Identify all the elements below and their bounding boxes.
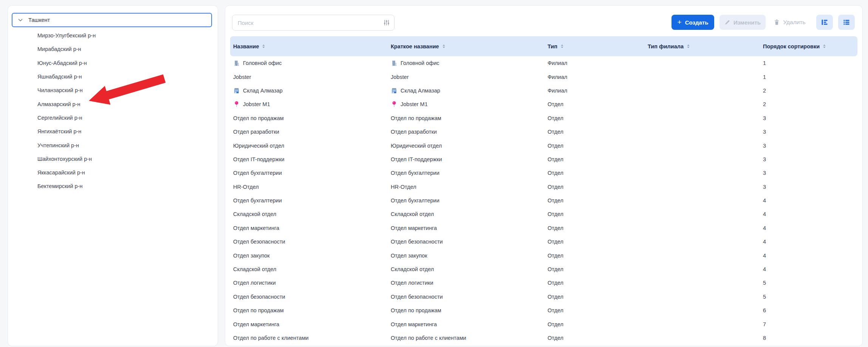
table-row[interactable]: Jobster M1Jobster M1Отдел2 [230, 97, 857, 111]
cell-sort-order: 4 [760, 197, 857, 204]
tree-item-district[interactable]: Учтепинский р-н [8, 138, 218, 152]
create-button[interactable]: + Создать [672, 15, 714, 30]
cell-type: Отдел [545, 184, 645, 190]
cell-short-name-text: Отдел закупок [391, 253, 427, 259]
cell-name-text: Головной офис [243, 60, 282, 66]
delete-button[interactable]: Удалить [771, 15, 809, 30]
table-row[interactable]: Отдел по работе с клиентамиОтдел по рабо… [230, 331, 857, 345]
cell-short-name-text: Отдел разработки [391, 129, 437, 135]
list-view-button[interactable] [838, 15, 855, 30]
sort-icon[interactable] [822, 44, 827, 49]
tree-item-district[interactable]: Бектемирский р-н [8, 179, 218, 193]
cell-name-text: Отдел по продажам [233, 115, 284, 121]
sort-icon[interactable] [560, 44, 565, 49]
cell-type: Отдел [545, 307, 645, 313]
cell-short-name-text: Складской отдел [391, 211, 434, 217]
tree-item-district[interactable]: Юнус-Абадский р-н [8, 56, 218, 70]
table-row[interactable]: Отдел маркетингаОтдел маркетингаОтдел7 [230, 317, 857, 331]
cell-sort-order: 4 [760, 239, 857, 245]
cell-short-name: Jobster [388, 74, 545, 80]
tree-item-district[interactable]: Шайхонтохурский р-н [8, 152, 218, 166]
search-input[interactable] [232, 15, 395, 31]
cell-name-text: Отдел логистики [233, 280, 275, 286]
tree-item-district[interactable]: Мирабадский р-н [8, 42, 218, 56]
tree-view-button[interactable] [816, 15, 833, 30]
filter-sliders-icon[interactable] [383, 19, 390, 26]
cell-short-name: Отдел закупок [388, 253, 545, 259]
cell-short-name: HR-Отдел [388, 184, 545, 190]
sort-icon[interactable] [686, 44, 691, 49]
chevron-down-icon[interactable] [17, 17, 23, 23]
edit-button[interactable]: Изменить [719, 15, 766, 30]
table-row[interactable]: Отдел безопасностиОтдел безопасностиОтде… [230, 235, 857, 248]
cell-short-name-text: Отдел маркетинга [391, 225, 437, 231]
column-header[interactable]: Краткое название [388, 43, 545, 49]
table-row[interactable]: JobsterJobsterФилиал1 [230, 70, 857, 83]
tree-item-district[interactable]: Яккасарайский р-н [8, 166, 218, 179]
cell-name-text: Складской отдел [233, 211, 276, 217]
tree-item-district[interactable]: Мирзо-Улугбекский р-н [8, 29, 218, 42]
column-header[interactable]: Тип [545, 43, 645, 49]
cell-short-name: Отдел безопасности [388, 239, 545, 245]
cell-name-text: HR-Отдел [233, 184, 259, 190]
cell-type: Отдел [545, 294, 645, 300]
tree-node-tashkent[interactable]: Ташкент [12, 13, 212, 27]
table-row[interactable]: Головной офисГоловной офисФилиал1 [230, 56, 857, 70]
cell-name: Jobster M1 [230, 101, 388, 108]
cell-sort-order: 3 [760, 184, 857, 190]
cell-short-name-text: Отдел безопасности [391, 239, 443, 245]
region-tree-panel: Ташкент Мирзо-Улугбекский р-нМирабадский… [8, 5, 218, 346]
table-row[interactable]: Отдел по продажамОтдел по продажамОтдел6 [230, 304, 857, 317]
cell-type: Отдел [545, 115, 645, 121]
table-row[interactable]: Юридический отделЮридический отделОтдел3 [230, 139, 857, 152]
cell-short-name-text: Головной офис [401, 60, 439, 66]
cell-short-name-text: Jobster [391, 74, 409, 80]
table-row[interactable]: Отдел бухгалтерииОтдел бухгалтерииОтдел4 [230, 194, 857, 207]
table-row[interactable]: Складской отделСкладской отделОтдел4 [230, 207, 857, 221]
district-list: Мирзо-Улугбекский р-нМирабадский р-нЮнус… [8, 29, 218, 193]
table-row[interactable]: HR-ОтделHR-ОтделОтдел3 [230, 180, 857, 194]
cell-short-name-text: Отдел по продажам [391, 115, 441, 121]
cell-short-name-text: Отдел IT-поддержки [391, 156, 442, 162]
cell-type: Отдел [545, 143, 645, 149]
tree-item-district[interactable]: Янгихаётский р-н [8, 125, 218, 138]
cell-name-text: Отдел безопасности [233, 294, 285, 300]
cell-short-name-text: Отдел логистики [391, 280, 433, 286]
tree-item-district[interactable]: Яшнабадский р-н [8, 70, 218, 83]
cell-short-name: Головной офис [388, 60, 545, 66]
cell-sort-order: 1 [760, 74, 857, 80]
cell-name-text: Отдел маркетинга [233, 225, 279, 231]
table-row[interactable]: Отдел логистикиОтдел логистикиОтдел5 [230, 276, 857, 290]
column-header[interactable]: Порядок сортировки [760, 43, 857, 49]
table-row[interactable]: Отдел безопасностиОтдел безопасностиОтде… [230, 290, 857, 304]
table-row[interactable]: Отдел закупокОтдел закупокОтдел4 [230, 248, 857, 262]
cell-type: Отдел [545, 170, 645, 176]
cell-short-name: Отдел разработки [388, 129, 545, 135]
column-header[interactable]: Название [230, 43, 388, 49]
column-header[interactable]: Тип филиала [645, 43, 760, 49]
table-row[interactable]: Отдел разработкиОтдел разработкиОтдел3 [230, 125, 857, 139]
cell-short-name-text: Отдел маркетинга [391, 321, 437, 327]
column-header-label: Тип [548, 43, 557, 49]
cell-name: Отдел безопасности [230, 294, 388, 300]
table-row[interactable]: Склад АлмазарСклад АлмазарФилиал2 [230, 84, 857, 97]
sort-icon[interactable] [261, 44, 266, 49]
cell-type: Отдел [545, 129, 645, 135]
tree-item-district[interactable]: Алмазарский р-н [8, 97, 218, 111]
table-row[interactable]: Отдел по продажамОтдел по продажамОтдел3 [230, 111, 857, 125]
tree-root-label: Ташкент [28, 17, 50, 23]
cell-sort-order: 4 [760, 211, 857, 217]
table-row[interactable]: Отдел маркетингаОтдел маркетингаОтдел4 [230, 221, 857, 235]
list-view-icon [843, 19, 850, 26]
cell-short-name: Отдел безопасности [388, 294, 545, 300]
tree-view-icon [821, 19, 828, 26]
sort-icon[interactable] [441, 44, 446, 49]
cell-short-name: Отдел бухгалтерии [388, 170, 545, 176]
tree-item-district[interactable]: Сергелийский р-н [8, 111, 218, 125]
tree-item-district[interactable]: Чиланзарский р-н [8, 83, 218, 97]
table-row[interactable]: Отдел IT-поддержкиОтдел IT-поддержкиОтде… [230, 153, 857, 166]
table-row[interactable]: Складской отделСкладской отделОтдел4 [230, 262, 857, 276]
office-building-icon [233, 60, 240, 66]
table-row[interactable]: Отдел бухгалтерииОтдел бухгалтерииОтдел3 [230, 166, 857, 180]
cell-name-text: Отдел бухгалтерии [233, 170, 282, 176]
